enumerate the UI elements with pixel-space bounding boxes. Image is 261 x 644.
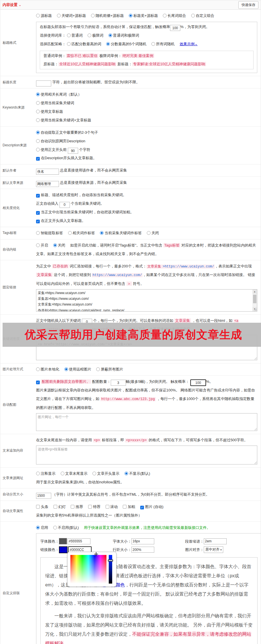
radio-keywords-plus-title[interactable]: 使用当前采集关键词+文章标题	[36, 116, 257, 125]
fixed-link-label: 固定链接	[0, 262, 36, 313]
radio-top5-random[interactable]: 分数最高的5个词随机	[106, 42, 146, 46]
color-saturation-area[interactable]	[70, 555, 106, 584]
example-toggle-link[interactable]: 效果示例⌄	[180, 42, 198, 46]
radio-icon	[191, 14, 195, 17]
radio-selected-icon	[36, 526, 40, 529]
radio-all-random[interactable]: 所有词随机	[151, 42, 175, 46]
radio-highest-score[interactable]: 匹配分数最高的词	[67, 42, 101, 46]
radio-clickbait-title[interactable]: 标题党+源标题	[129, 13, 158, 18]
title-length-label: 标题长度	[0, 78, 36, 86]
typeset-enable-line: 启用 不启用(默认) 用于快速设置文章的外观显示效果，注意使用此功能需安装最新版…	[36, 523, 261, 532]
hue-slider-handle[interactable]	[108, 560, 113, 562]
check-image-auto[interactable]: 图片 (自动)	[140, 505, 163, 509]
check-insert-title-body[interactable]: 在正文开头插入文章标题。	[36, 216, 257, 225]
radio-comment-show[interactable]: 注释显示	[36, 471, 56, 476]
row-image-mode: 图片处理方式 图片本地化 使用远程图片 屏蔽所有图片	[0, 363, 261, 376]
check-headline[interactable]: 头条	[36, 505, 48, 509]
check-insert-title-description[interactable]: 在Description开头插入文章标题。	[36, 154, 257, 162]
scrollbar[interactable]: ▲ ▼	[252, 289, 257, 311]
default-source-input[interactable]	[36, 181, 59, 187]
radio-typeset-disable[interactable]: 不启用(默认)	[53, 525, 79, 530]
auto-attr-checkboxes: 头条 幻灯 推荐 特荐 滚动 加粗 图片 (自动)	[36, 503, 257, 511]
description-chars-input[interactable]	[68, 148, 78, 154]
radio-localize-images[interactable]: 图片本地化	[36, 367, 59, 371]
radio-normal-words[interactable]: 普通词	[67, 33, 83, 38]
append-content-desc: 在文章末尾追加一段内容，请使用 <p> 标签段落，即 <p>xxx</p> 的格…	[36, 436, 257, 445]
radio-icon	[92, 472, 96, 475]
image-align-select[interactable]: 居中对齐▾	[204, 546, 223, 553]
append-content-textarea-wrap	[36, 446, 257, 464]
color-hue-slider[interactable]	[109, 555, 112, 584]
pagination-desc: （字符）计算中英文及其标点符号，但不包含HTML，为0则不分页。部分程序可能不支…	[52, 492, 210, 497]
radio-source-title[interactable]: 源标题	[36, 13, 52, 18]
description-source-label: Description来源	[0, 128, 36, 163]
radio-icon	[163, 14, 167, 17]
radio-custom-combo[interactable]: 自定义组合	[191, 13, 214, 18]
radio-auto-extract[interactable]: 自动提取正文中最重要的2-3个句子	[36, 128, 257, 137]
check-scroll[interactable]: 滚动	[106, 505, 118, 509]
radio-longtail-combo[interactable]: 长尾词组合	[163, 13, 186, 18]
radio-icon	[36, 101, 40, 105]
radio-article-title[interactable]: 使用文章标题	[36, 107, 257, 116]
radio-current-keywords[interactable]: 使用当前采集关键词	[36, 99, 257, 107]
radio-keyword-source-title[interactable]: 关键词+源标题	[57, 13, 86, 18]
check-special[interactable]: 特荐	[88, 505, 100, 509]
font-size-input[interactable]	[131, 538, 154, 544]
radio-tags-off[interactable]: 关闭	[147, 231, 159, 235]
radio-innerlink-on[interactable]: 开启	[36, 243, 48, 247]
page-title-text: 内容设置	[3, 3, 17, 7]
link-color-swatch[interactable]	[59, 546, 68, 553]
auto-innerlink-desc: 如需开启此功能，请同时开启“Tags标签”。当正文中包含 Tags标签 对应的文…	[36, 243, 256, 256]
radio-body-prefix[interactable]: 使用正文开头前 个字符	[36, 145, 257, 154]
check-bold-keywords[interactable]: 当正文中出现当前采集关键词时，自动把该关键词加粗。	[36, 208, 257, 216]
radio-block-images[interactable]: 屏蔽所有图片	[96, 367, 123, 371]
font-color-input[interactable]	[68, 538, 90, 544]
check-remove-original-images[interactable]: 配图前先删除原文自带图片。	[36, 379, 91, 384]
default-author-label: 默认作者	[0, 166, 36, 175]
source-url-desc: 用于显示文章的采集来源URL，自动加nofollow属性。	[36, 478, 257, 487]
image-url-textarea[interactable]	[36, 413, 257, 431]
scroll-up-icon[interactable]: ▲	[252, 289, 257, 294]
radio-icon	[36, 110, 40, 113]
radio-smart-tags[interactable]: 智能提取标签	[36, 231, 63, 235]
radio-article-end-show[interactable]: 文章末尾显示	[61, 471, 88, 476]
default-author-input[interactable]	[36, 169, 59, 175]
radio-remote-images[interactable]: 使用远程图片	[64, 367, 91, 371]
check-bold[interactable]: 加粗	[123, 505, 135, 509]
probability-input[interactable]	[170, 25, 180, 31]
radio-random-prefix-title[interactable]: 随机前缀+源标题	[91, 13, 124, 18]
radio-related-tags[interactable]: 相关词作标签	[68, 231, 95, 235]
title-length-input[interactable]	[36, 80, 51, 86]
fixed-link-textarea[interactable]: 采集>https://www.ucaiyun.com/ 采集器>https://…	[36, 289, 257, 312]
radio-icon	[91, 14, 95, 17]
insert-count-input[interactable]	[60, 202, 70, 208]
image-probability-input[interactable]	[190, 379, 206, 386]
check-add-keywords[interactable]: 标题、描述相关度低时，自动添加当前采集关键词。	[36, 191, 257, 199]
line-height-input[interactable]	[131, 547, 154, 553]
radio-article-start-show[interactable]: 文章开头显示	[92, 471, 119, 476]
font-color-swatch[interactable]	[59, 538, 67, 544]
quick-save-button[interactable]: 快速保存	[238, 1, 258, 9]
scroll-down-icon[interactable]: ▼	[252, 307, 257, 311]
image-count-input[interactable]	[111, 380, 126, 386]
radio-icon	[96, 367, 100, 371]
pagination-size-input[interactable]	[36, 493, 51, 499]
auto-image-desc: 图片来源默认根据文章内容自动从网络获取相关图片，配图成功率高，但不保证100%。…	[36, 386, 257, 412]
radio-original-description[interactable]: 自动识别原网页Description	[36, 137, 257, 145]
row-keyword-density: 关键词密度 优采云帮助用户创建高质量的原创文章生成 正文中随机插入以下关键词 个…	[0, 315, 261, 363]
indent-input[interactable]	[204, 538, 227, 544]
watermark-text: 优采云帮助用户创建高质量的原创文章生成	[25, 322, 242, 348]
radio-icon	[67, 42, 71, 46]
radio-both-words[interactable]: 普通词和极限词	[108, 33, 139, 38]
scroll-thumb[interactable]	[253, 295, 256, 303]
radio-innerlink-off[interactable]: 关闭	[53, 243, 65, 247]
append-content-textarea[interactable]	[36, 446, 257, 464]
radio-extreme-words[interactable]: 极限词	[88, 33, 103, 38]
check-slide[interactable]: 幻灯	[54, 505, 66, 509]
check-recommend[interactable]: 推荐	[71, 505, 83, 509]
page-title[interactable]: 内容设置 ⌄	[3, 2, 21, 7]
radio-related-longtail[interactable]: 使用相关长尾词（默认）	[36, 90, 257, 99]
radio-no-show[interactable]: 不显示(默认)	[124, 471, 150, 476]
radio-typeset-enable[interactable]: 启用	[36, 525, 48, 530]
radio-keyword-tags[interactable]: 当前采集关键词作标签	[100, 231, 142, 235]
